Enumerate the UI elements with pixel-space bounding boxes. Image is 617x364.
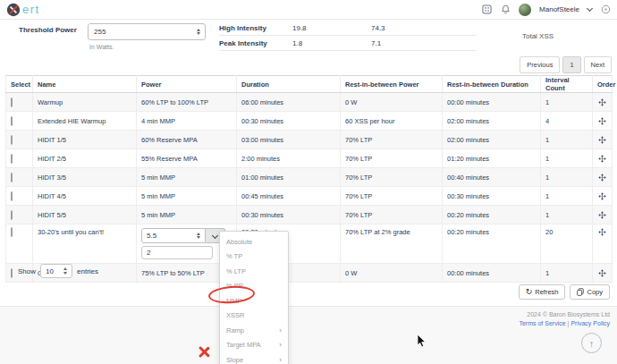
copy-button[interactable]: Copy xyxy=(570,284,610,300)
row-checkbox[interactable] xyxy=(11,191,13,201)
cell-rest-duration[interactable]: 02:00 minutes xyxy=(443,131,541,149)
cell-power[interactable]: 5 min MMP xyxy=(137,187,237,206)
menu-item-ramp[interactable]: Ramp› xyxy=(220,323,288,338)
cell-duration[interactable]: 01:00 minutes xyxy=(237,168,341,187)
row-checkbox[interactable] xyxy=(11,173,13,182)
col-name: Name xyxy=(33,76,137,93)
peak-intensity-label: Peak Intensity xyxy=(219,39,292,47)
privacy-policy-link[interactable]: Privacy Policy xyxy=(571,320,610,326)
refresh-button[interactable]: ↻ Refresh xyxy=(519,284,566,300)
cell-count[interactable]: 1 xyxy=(541,187,593,206)
cell-duration[interactable]: 00:30 minutes xyxy=(237,112,341,131)
menu-item-pct-tp[interactable]: % TP xyxy=(220,250,288,265)
logo[interactable]: ert xyxy=(6,3,40,17)
navbar: ert ManofSteele xyxy=(0,0,617,20)
cell-rest-power[interactable]: 70% LTP xyxy=(341,168,443,187)
terms-of-service-link[interactable]: Terms of Service xyxy=(519,320,565,326)
scroll-to-top-button[interactable]: ↑ xyxy=(581,333,602,353)
cell-rest-power[interactable]: 70% LTP xyxy=(341,131,443,149)
cell-rest-duration[interactable]: 01:20 minutes xyxy=(443,149,541,168)
cell-duration[interactable]: 00:30 minutes xyxy=(237,206,341,224)
order-move-icon[interactable] xyxy=(597,211,607,219)
cell-power[interactable]: 60% LTP to 100% LTP xyxy=(137,93,237,112)
power-secondary-input[interactable]: 2 xyxy=(141,246,213,259)
menu-item-xssr[interactable]: XSSR xyxy=(220,309,288,324)
table-row: HIDIT 2/5 55% Reserve MPA 2:00 minutes 7… xyxy=(6,149,613,168)
cell-power[interactable]: 55% Reserve MPA xyxy=(137,149,237,168)
cell-power[interactable]: 4 min MMP xyxy=(137,112,237,131)
up-arrow-icon: ↑ xyxy=(589,338,595,349)
cell-count[interactable]: 4 xyxy=(541,112,593,131)
cell-count[interactable]: 1 xyxy=(541,93,593,112)
cell-power[interactable]: 5 min MMP xyxy=(137,206,237,224)
cell-rest-power[interactable]: 70% LTP xyxy=(341,187,443,206)
row-checkbox[interactable] xyxy=(11,227,13,237)
cell-count[interactable]: 1 xyxy=(541,131,593,149)
cell-rest-power[interactable]: 70% LTP xyxy=(341,206,443,224)
cell-rest-power[interactable]: 70% LTP xyxy=(341,149,443,168)
cell-rest-power[interactable]: 0 W xyxy=(341,93,443,112)
order-move-icon[interactable] xyxy=(597,98,607,106)
avatar[interactable] xyxy=(519,4,531,16)
cell-count[interactable]: 1 xyxy=(541,149,593,168)
cell-rest-duration[interactable]: 00:30 minutes xyxy=(443,187,541,206)
menu-item-absolute[interactable]: Absolute xyxy=(220,234,288,250)
cell-duration[interactable]: 03:00 minutes xyxy=(237,131,341,149)
cell-duration[interactable]: 06:00 minutes xyxy=(237,93,341,112)
high-intensity-row: High Intensity 19.8 74.3 xyxy=(219,21,477,36)
submenu-arrow-icon: › xyxy=(279,341,282,349)
notifications-bell-icon[interactable] xyxy=(500,4,511,15)
cell-name: HIDIT 4/5 xyxy=(33,187,137,206)
cell-power[interactable]: 60% Reserve MPA xyxy=(137,131,237,149)
total-xss-label: Total XSS xyxy=(522,32,612,40)
power-value-input[interactable]: 5.5 xyxy=(141,228,206,243)
threshold-power-input[interactable]: 255 xyxy=(88,23,206,40)
cell-rest-duration[interactable]: 00:40 minutes xyxy=(443,168,541,187)
row-checkbox[interactable] xyxy=(11,210,13,220)
refresh-icon: ↻ xyxy=(526,288,533,296)
cell-rest-duration[interactable]: 00:20 minutes xyxy=(443,224,541,264)
cell-rest-duration[interactable]: 02:00 minutes xyxy=(443,112,541,131)
cell-rest-duration[interactable]: 00:20 minutes xyxy=(443,206,541,224)
cell-duration[interactable]: 00:45 minutes xyxy=(237,187,341,206)
cell-count[interactable]: 1 xyxy=(541,264,593,283)
annotation-x-slope xyxy=(198,346,210,358)
page-length-select[interactable]: 10 xyxy=(40,264,72,278)
cell-count[interactable]: 20 xyxy=(541,224,593,264)
order-move-icon[interactable] xyxy=(597,228,607,236)
cell-count[interactable]: 1 xyxy=(541,168,593,187)
order-move-icon[interactable] xyxy=(597,155,607,163)
apps-icon[interactable] xyxy=(481,4,492,15)
menu-item-pct-ltp[interactable]: % LTP xyxy=(220,264,288,279)
page-1-button[interactable]: 1 xyxy=(562,56,580,73)
next-page-button[interactable]: Next xyxy=(584,56,612,73)
stepper-arrows-icon[interactable] xyxy=(197,233,200,240)
order-move-icon[interactable] xyxy=(597,174,607,182)
username[interactable]: ManofSteele xyxy=(539,5,579,13)
stepper-arrows-icon[interactable] xyxy=(197,29,200,36)
row-checkbox[interactable] xyxy=(11,135,13,145)
cell-rest-power[interactable]: 60 XSS per hour xyxy=(341,112,443,131)
cell-rest-power[interactable]: 70% LTP at 2% grade xyxy=(341,224,443,264)
previous-page-button[interactable]: Previous xyxy=(520,56,560,73)
cell-rest-duration[interactable]: 00:00 minutes xyxy=(443,93,541,112)
cell-rest-duration[interactable]: 00:00 minutes xyxy=(443,264,541,283)
order-move-icon[interactable] xyxy=(597,117,607,125)
order-move-icon[interactable] xyxy=(597,136,607,144)
row-checkbox[interactable] xyxy=(11,116,13,126)
menu-item-slope[interactable]: Slope› xyxy=(220,352,288,364)
row-checkbox[interactable] xyxy=(11,268,13,278)
row-checkbox[interactable] xyxy=(11,97,13,107)
cell-power[interactable]: 5 min MMP xyxy=(137,168,237,187)
col-rest-duration: Rest-in-between Duration xyxy=(443,76,541,93)
settings-icon[interactable] xyxy=(600,4,611,15)
table-actions: ↻ Refresh Copy xyxy=(519,284,610,300)
cell-duration[interactable]: 2:00 minutes xyxy=(237,149,341,168)
cell-rest-power[interactable]: 0 W xyxy=(341,264,443,283)
menu-item-target-mpa[interactable]: Target MPA› xyxy=(220,338,288,353)
cell-count[interactable]: 1 xyxy=(541,206,593,224)
order-move-icon[interactable] xyxy=(597,192,607,200)
chevron-down-icon[interactable] xyxy=(587,4,593,11)
order-move-icon[interactable] xyxy=(597,269,607,277)
row-checkbox[interactable] xyxy=(11,154,13,164)
